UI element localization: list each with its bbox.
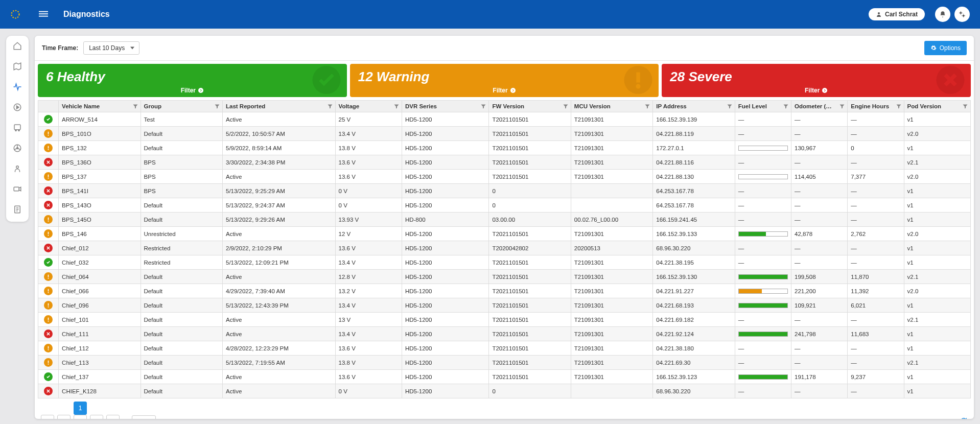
tile-warning-filter[interactable]: Filter bbox=[358, 87, 651, 94]
table-row[interactable]: BPS_145ODefault5/13/2022, 9:29:26 AM13.9… bbox=[38, 213, 971, 227]
nav-person-icon[interactable] bbox=[12, 163, 22, 174]
settings-button[interactable] bbox=[954, 7, 970, 22]
nav-camera-icon[interactable] bbox=[12, 184, 22, 194]
gear-icon bbox=[930, 45, 937, 51]
table-row[interactable]: BPS_101ODefault5/2/2022, 10:50:57 AM13.4… bbox=[38, 127, 971, 141]
status-severe-icon bbox=[44, 186, 53, 195]
status-warning-icon bbox=[44, 287, 53, 295]
table-row[interactable]: Chief_064DefaultActive12.8 VHD5-1200T202… bbox=[38, 270, 971, 284]
nav-map-icon[interactable] bbox=[12, 61, 22, 72]
tile-severe[interactable]: 28 Severe Filter bbox=[662, 64, 971, 97]
page-size-select[interactable]: 20 bbox=[132, 415, 156, 419]
col-header[interactable]: Engine Hours bbox=[848, 101, 904, 112]
menu-toggle-icon[interactable] bbox=[39, 9, 48, 20]
options-label: Options bbox=[940, 44, 961, 52]
left-nav bbox=[6, 36, 29, 222]
notifications-button[interactable] bbox=[935, 7, 950, 22]
svg-point-41 bbox=[48, 321, 49, 322]
time-frame-label: Time Frame: bbox=[42, 44, 78, 52]
nav-play-icon[interactable] bbox=[12, 102, 22, 112]
fuel-bar bbox=[738, 174, 788, 179]
fuel-bar bbox=[738, 274, 788, 279]
table-row[interactable]: Chief_066Default4/29/2022, 7:39:40 AM13.… bbox=[38, 284, 971, 298]
pager-first[interactable]: ⏮ bbox=[41, 415, 54, 419]
pager-last[interactable]: ⏭ bbox=[106, 415, 120, 419]
pager-prev[interactable]: ◀ bbox=[57, 415, 71, 419]
table-row[interactable]: BPS_143ODefault5/13/2022, 9:24:37 AM0 VH… bbox=[38, 198, 971, 213]
user-menu[interactable]: Carl Schrat bbox=[869, 8, 925, 20]
nav-bus-icon[interactable] bbox=[12, 123, 22, 133]
col-status[interactable] bbox=[38, 101, 59, 112]
nav-document-icon[interactable] bbox=[12, 204, 22, 215]
col-header[interactable]: Odometer (… bbox=[791, 101, 847, 112]
time-frame-select[interactable]: Last 10 Days bbox=[83, 41, 139, 55]
status-severe-icon bbox=[44, 387, 53, 395]
status-warning-icon bbox=[44, 358, 53, 367]
col-header[interactable]: Group bbox=[141, 101, 222, 112]
table-row[interactable]: Chief_137DefaultActive13.6 VHD5-1200T202… bbox=[38, 370, 971, 384]
tile-healthy-filter[interactable]: Filter bbox=[46, 87, 339, 94]
svg-rect-1 bbox=[39, 11, 48, 12]
table-row[interactable]: Chief_112Default4/28/2022, 12:23:29 PM13… bbox=[38, 341, 971, 356]
nav-home-icon[interactable] bbox=[12, 41, 22, 51]
table-row[interactable]: Chief_113Default5/13/2022, 7:19:55 AM13.… bbox=[38, 356, 971, 370]
col-header[interactable]: Last Reported bbox=[222, 101, 335, 112]
col-header[interactable]: Vehicle Name bbox=[59, 101, 141, 112]
filter-bar: Time Frame: Last 10 Days Options bbox=[35, 36, 974, 61]
tile-severe-filter[interactable]: Filter bbox=[670, 87, 963, 94]
svg-rect-14 bbox=[14, 187, 19, 191]
table-row[interactable]: BPS_132Default5/9/2022, 8:59:14 AM13.8 V… bbox=[38, 141, 971, 155]
svg-point-0 bbox=[12, 11, 19, 18]
svg-point-16 bbox=[198, 88, 203, 93]
table-row[interactable]: ARROW_514TestActive25 VHD5-1200T20211015… bbox=[38, 112, 971, 127]
tile-healthy[interactable]: 6 Healthy Filter bbox=[38, 64, 347, 97]
table-row[interactable]: Chief_096Default5/13/2022, 12:43:39 PM13… bbox=[38, 298, 971, 313]
table-row[interactable]: Chief_111DefaultActive13.4 VHD5-1200T202… bbox=[38, 327, 971, 341]
table-row[interactable]: Chief_101DefaultActive13 VHD5-1200T20211… bbox=[38, 313, 971, 327]
status-severe-icon bbox=[44, 244, 53, 252]
table-row[interactable]: BPS_137BPSActive13.6 VHD5-1200T202110150… bbox=[38, 170, 971, 184]
col-header[interactable]: Voltage bbox=[335, 101, 402, 112]
col-header[interactable]: MCU Version bbox=[571, 101, 652, 112]
svg-point-6 bbox=[963, 15, 965, 17]
tile-warning[interactable]: 12 Warning Filter bbox=[350, 64, 659, 97]
svg-point-45 bbox=[48, 364, 49, 365]
col-header[interactable]: FW Version bbox=[489, 101, 571, 112]
grid-wrap: Vehicle NameGroupLast ReportedVoltageDVR… bbox=[35, 100, 974, 419]
table-row[interactable]: Chief_012Restricted2/9/2022, 2:10:29 PM1… bbox=[38, 241, 971, 255]
status-warning-icon bbox=[44, 144, 53, 152]
svg-rect-26 bbox=[48, 146, 49, 149]
svg-point-25 bbox=[48, 135, 49, 136]
svg-point-43 bbox=[48, 349, 49, 350]
svg-rect-44 bbox=[48, 361, 49, 363]
pager-page-2[interactable]: 2 bbox=[74, 415, 87, 419]
pager-next[interactable]: ▶ bbox=[90, 415, 103, 419]
status-severe-icon bbox=[44, 329, 53, 338]
table-row[interactable]: BPS_136OBPS3/30/2022, 2:34:38 PM13.6 VHD… bbox=[38, 155, 971, 170]
status-warning-icon bbox=[44, 172, 53, 181]
col-header[interactable]: Pod Version bbox=[904, 101, 970, 112]
refresh-button[interactable] bbox=[960, 417, 968, 419]
arrow-right-circle-icon bbox=[822, 87, 828, 93]
nav-diagnostics-icon[interactable] bbox=[12, 82, 22, 92]
status-healthy-icon bbox=[44, 115, 53, 124]
options-button[interactable]: Options bbox=[924, 41, 967, 55]
table-row[interactable]: CHIEF_K128DefaultActive0 VHD5-1200068.96… bbox=[38, 384, 971, 398]
pager-page-1[interactable]: 1 bbox=[74, 402, 87, 415]
bell-icon bbox=[939, 11, 946, 18]
exclamation-circle-icon bbox=[623, 64, 654, 97]
diagnostics-table: Vehicle NameGroupLast ReportedVoltageDVR… bbox=[38, 100, 971, 398]
pager-count: 1 - 20 of 46 items bbox=[902, 418, 949, 419]
col-header[interactable]: DVR Series bbox=[402, 101, 488, 112]
status-warning-icon bbox=[44, 229, 53, 238]
table-row[interactable]: BPS_141IBPS5/13/2022, 9:25:29 AM0 VHD5-1… bbox=[38, 184, 971, 198]
app-logo-icon bbox=[10, 9, 20, 19]
col-header[interactable]: IP Address bbox=[653, 101, 735, 112]
nav-steering-icon[interactable] bbox=[12, 143, 22, 153]
svg-point-39 bbox=[48, 307, 49, 308]
col-header[interactable]: Fuel Level bbox=[735, 101, 791, 112]
table-row[interactable]: Chief_032Restricted5/13/2022, 12:09:21 P… bbox=[38, 255, 971, 270]
user-icon bbox=[876, 11, 882, 17]
table-row[interactable]: BPS_146UnrestrictedActive12 VHD5-1200T20… bbox=[38, 227, 971, 241]
status-healthy-icon bbox=[44, 258, 53, 267]
